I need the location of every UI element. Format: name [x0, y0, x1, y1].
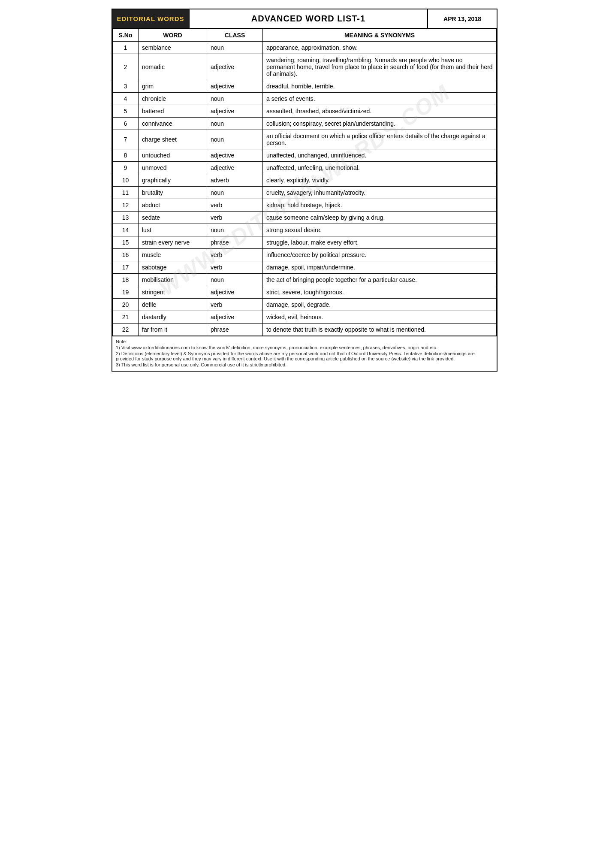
cell-word: untouched [139, 149, 207, 162]
cell-sno: 15 [113, 236, 139, 249]
cell-class: verb [207, 261, 263, 274]
table-row: 10graphicallyadverbclearly, explicitly, … [113, 174, 497, 187]
cell-word: dastardly [139, 311, 207, 324]
table-row: 6connivancenouncollusion; conspiracy, se… [113, 118, 497, 130]
cell-sno: 6 [113, 118, 139, 130]
cell-class: adjective [207, 286, 263, 299]
table-row: 13sedateverbcause someone calm/sleep by … [113, 212, 497, 224]
cell-word: nomadic [139, 54, 207, 80]
cell-word: muscle [139, 249, 207, 261]
cell-meaning: cruelty, savagery, inhumanity/atrocity. [263, 187, 497, 199]
table-row: 5batteredadjectiveassaulted, thrashed, a… [113, 105, 497, 118]
cell-sno: 4 [113, 93, 139, 105]
cell-word: strain every nerve [139, 236, 207, 249]
table-row: 15strain every nervephrasestruggle, labo… [113, 236, 497, 249]
cell-meaning: cause someone calm/sleep by giving a dru… [263, 212, 497, 224]
cell-meaning: damage, spoil, impair/undermine. [263, 261, 497, 274]
cell-class: noun [207, 93, 263, 105]
cell-meaning: damage, spoil, degrade. [263, 299, 497, 311]
cell-meaning: dreadful, horrible, terrible. [263, 80, 497, 93]
cell-word: brutality [139, 187, 207, 199]
cell-sno: 8 [113, 149, 139, 162]
footer-note-1: 1) Visit www.oxforddictionaries.com to k… [116, 345, 493, 350]
cell-word: semblance [139, 42, 207, 54]
word-table: S.No WORD CLASS MEANING & SYNONYMS 1semb… [112, 29, 497, 336]
cell-sno: 12 [113, 199, 139, 212]
table-row: 3grimadjectivedreadful, horrible, terrib… [113, 80, 497, 93]
footer-note: Note: 1) Visit www.oxforddictionaries.co… [112, 336, 497, 371]
cell-word: charge sheet [139, 130, 207, 149]
cell-class: noun [207, 42, 263, 54]
header: EDITORIAL WORDS ADVANCED WORD LIST-1 APR… [112, 9, 497, 29]
table-row: 7charge sheetnounan official document on… [113, 130, 497, 149]
cell-word: sedate [139, 212, 207, 224]
cell-sno: 9 [113, 162, 139, 174]
cell-sno: 7 [113, 130, 139, 149]
table-row: 17sabotageverbdamage, spoil, impair/unde… [113, 261, 497, 274]
table-row: 20defileverbdamage, spoil, degrade. [113, 299, 497, 311]
cell-word: abduct [139, 199, 207, 212]
table-row: 19stringentadjectivestrict, severe, toug… [113, 286, 497, 299]
table-row: 8untouchedadjectiveunaffected, unchanged… [113, 149, 497, 162]
cell-sno: 18 [113, 274, 139, 286]
cell-meaning: unaffected, unfeeling, unemotional. [263, 162, 497, 174]
cell-word: sabotage [139, 261, 207, 274]
cell-sno: 14 [113, 224, 139, 236]
cell-sno: 2 [113, 54, 139, 80]
cell-word: unmoved [139, 162, 207, 174]
cell-meaning: strong sexual desire. [263, 224, 497, 236]
cell-sno: 21 [113, 311, 139, 324]
footer-note-2: 2) Definitions (elementary level) & Syno… [116, 351, 493, 361]
cell-word: grim [139, 80, 207, 93]
cell-class: adjective [207, 54, 263, 80]
cell-sno: 19 [113, 286, 139, 299]
cell-meaning: unaffected, unchanged, uninfluenced. [263, 149, 497, 162]
col-header-meaning: MEANING & SYNONYMS [263, 29, 497, 42]
cell-class: adjective [207, 80, 263, 93]
cell-class: noun [207, 224, 263, 236]
cell-meaning: assaulted, thrashed, abused/victimized. [263, 105, 497, 118]
cell-sno: 10 [113, 174, 139, 187]
cell-meaning: the act of bringing people together for … [263, 274, 497, 286]
table-row: 14lustnounstrong sexual desire. [113, 224, 497, 236]
table-row: 4chroniclenouna series of events. [113, 93, 497, 105]
cell-word: stringent [139, 286, 207, 299]
cell-meaning: an official document on which a police o… [263, 130, 497, 149]
cell-meaning: appearance, approximation, show. [263, 42, 497, 54]
cell-meaning: a series of events. [263, 93, 497, 105]
cell-meaning: struggle, labour, make every effort. [263, 236, 497, 249]
cell-class: phrase [207, 324, 263, 336]
cell-class: adjective [207, 162, 263, 174]
table-row: 1semblancenounappearance, approximation,… [113, 42, 497, 54]
cell-word: lust [139, 224, 207, 236]
table-header-row: S.No WORD CLASS MEANING & SYNONYMS [113, 29, 497, 42]
cell-class: adjective [207, 311, 263, 324]
cell-meaning: clearly, explicitly, vividly. [263, 174, 497, 187]
col-header-word: WORD [139, 29, 207, 42]
footer-note-3: 3) This word list is for personal use on… [116, 362, 493, 367]
header-title: ADVANCED WORD LIST-1 [190, 9, 428, 28]
cell-class: verb [207, 199, 263, 212]
cell-word: mobilisation [139, 274, 207, 286]
cell-sno: 22 [113, 324, 139, 336]
cell-meaning: influence/coerce by political pressure. [263, 249, 497, 261]
cell-sno: 20 [113, 299, 139, 311]
cell-word: graphically [139, 174, 207, 187]
header-logo: EDITORIAL WORDS [112, 9, 190, 28]
cell-meaning: strict, severe, tough/rigorous. [263, 286, 497, 299]
cell-sno: 11 [113, 187, 139, 199]
cell-class: adverb [207, 174, 263, 187]
cell-class: verb [207, 249, 263, 261]
table-row: 18mobilisationnounthe act of bringing pe… [113, 274, 497, 286]
note-label: Note: [116, 339, 493, 344]
cell-sno: 17 [113, 261, 139, 274]
table-row: 11brutalitynouncruelty, savagery, inhuma… [113, 187, 497, 199]
header-date: APR 13, 2018 [428, 9, 497, 28]
table-row: 21dastardlyadjectivewicked, evil, heinou… [113, 311, 497, 324]
cell-sno: 16 [113, 249, 139, 261]
table-row: 16muscleverbinfluence/coerce by politica… [113, 249, 497, 261]
table-row: 9unmovedadjectiveunaffected, unfeeling, … [113, 162, 497, 174]
cell-word: connivance [139, 118, 207, 130]
table-row: 12abductverbkidnap, hold hostage, hijack… [113, 199, 497, 212]
cell-word: chronicle [139, 93, 207, 105]
